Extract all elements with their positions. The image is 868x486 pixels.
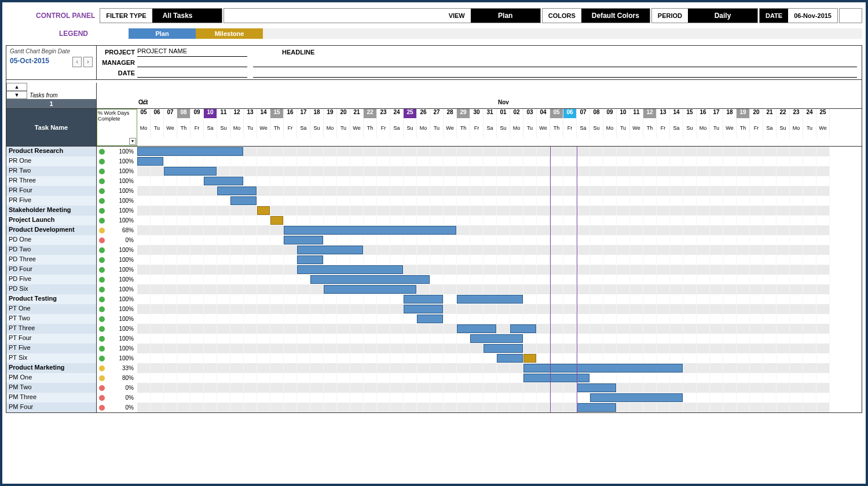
day-cell[interactable]: 24 — [390, 109, 404, 118]
day-cell[interactable]: 08 — [177, 109, 191, 118]
plan-bar[interactable] — [590, 393, 683, 402]
day-cell[interactable]: 17 — [710, 109, 723, 118]
day-cell[interactable]: 16 — [697, 109, 710, 118]
day-cell[interactable]: 21 — [350, 109, 364, 118]
plan-bar[interactable] — [137, 147, 243, 156]
day-cell[interactable]: 12 — [230, 109, 244, 118]
task-row[interactable]: PT Four100% — [6, 334, 862, 344]
task-row[interactable]: PR One100% — [6, 156, 862, 166]
plan-bar[interactable] — [217, 187, 257, 195]
day-cell[interactable]: 14 — [257, 109, 270, 118]
headline-line-1[interactable] — [253, 58, 857, 67]
plan-bar[interactable] — [284, 226, 456, 235]
collapse-up-button[interactable]: ▲ — [6, 83, 27, 91]
tasks-from-value[interactable]: 1 — [6, 99, 97, 108]
filter-type-control[interactable]: FILTER TYPE All Tasks — [100, 8, 222, 23]
task-row[interactable]: Project Launch100% — [6, 215, 862, 225]
plan-bar[interactable] — [284, 236, 323, 244]
view-control[interactable]: VIEW Plan — [224, 8, 541, 23]
day-cell[interactable]: 30 — [470, 109, 484, 118]
day-cell[interactable]: 13 — [244, 109, 257, 118]
plan-bar[interactable] — [404, 305, 443, 313]
plan-bar[interactable] — [523, 364, 683, 372]
task-row[interactable]: PR Two100% — [6, 166, 862, 176]
plan-bar[interactable] — [510, 324, 536, 333]
date-control[interactable]: DATE 06-Nov-2015 — [759, 8, 838, 23]
plan-bar[interactable] — [204, 177, 243, 185]
manager-value[interactable] — [137, 58, 247, 67]
plan-bar[interactable] — [417, 315, 443, 323]
day-cell[interactable]: 03 — [523, 109, 537, 118]
plan-bar[interactable] — [164, 167, 217, 176]
task-row[interactable]: PD Two100% — [6, 245, 862, 255]
day-cell[interactable]: 26 — [417, 109, 430, 118]
task-row[interactable]: PD Four100% — [6, 265, 862, 275]
day-cell[interactable]: 15 — [270, 109, 284, 118]
project-value[interactable]: PROJECT NAME — [137, 47, 247, 57]
day-cell[interactable]: 06 — [563, 109, 577, 118]
plan-bar[interactable] — [230, 196, 257, 205]
task-row[interactable]: Product Research100% — [6, 147, 862, 156]
task-row[interactable]: PT Six100% — [6, 353, 862, 363]
task-row[interactable]: PM Two0% — [6, 383, 862, 393]
task-row[interactable]: PD Six100% — [6, 284, 862, 294]
prev-button[interactable]: ‹ — [72, 57, 82, 67]
day-cell[interactable]: 07 — [164, 109, 177, 118]
day-cell[interactable]: 22 — [364, 109, 377, 118]
day-cell[interactable]: 18 — [310, 109, 324, 118]
task-row[interactable]: PT One100% — [6, 304, 862, 314]
plan-bar[interactable] — [577, 383, 616, 392]
day-cell[interactable]: 16 — [284, 109, 297, 118]
task-row[interactable]: PM One80% — [6, 373, 862, 383]
task-row[interactable]: PT Five100% — [6, 344, 862, 353]
day-cell[interactable]: 25 — [404, 109, 417, 118]
plan-bar[interactable] — [523, 374, 589, 382]
day-cell[interactable]: 14 — [670, 109, 683, 118]
day-cell[interactable]: 02 — [510, 109, 523, 118]
task-row[interactable]: PR Three100% — [6, 176, 862, 186]
day-cell[interactable]: 10 — [204, 109, 217, 118]
day-cell[interactable]: 09 — [603, 109, 617, 118]
day-cell[interactable]: 20 — [750, 109, 763, 118]
day-cell[interactable]: 31 — [484, 109, 497, 118]
plan-bar[interactable] — [497, 354, 523, 363]
plan-bar[interactable] — [457, 295, 523, 304]
day-cell[interactable]: 19 — [324, 109, 337, 118]
plan-bar[interactable] — [297, 246, 363, 254]
day-cell[interactable]: 15 — [683, 109, 697, 118]
day-cell[interactable]: 12 — [643, 109, 657, 118]
day-cell[interactable]: 19 — [737, 109, 750, 118]
day-cell[interactable]: 28 — [444, 109, 457, 118]
day-cell[interactable]: 18 — [723, 109, 737, 118]
plan-bar[interactable] — [484, 344, 523, 353]
task-row[interactable]: Product Marketing33% — [6, 363, 862, 373]
plan-bar[interactable] — [324, 285, 416, 294]
day-cell[interactable]: 01 — [497, 109, 510, 118]
pct-complete-header[interactable]: % Work Days Complete ▾ — [97, 109, 137, 146]
day-cell[interactable]: 13 — [657, 109, 670, 118]
day-cell[interactable]: 09 — [191, 109, 204, 118]
day-cell[interactable]: 20 — [337, 109, 350, 118]
day-cell[interactable]: 04 — [537, 109, 550, 118]
task-row[interactable]: PT Three100% — [6, 324, 862, 334]
day-cell[interactable]: 08 — [590, 109, 603, 118]
colors-control[interactable]: COLORS Default Colors — [542, 8, 650, 23]
day-cell[interactable]: 21 — [763, 109, 777, 118]
day-cell[interactable]: 24 — [803, 109, 816, 118]
plan-bar[interactable] — [297, 265, 403, 274]
task-row[interactable]: PD One0% — [6, 235, 862, 245]
day-cell[interactable]: 29 — [457, 109, 470, 118]
milestone-bar[interactable] — [270, 216, 283, 225]
day-cell[interactable]: 23 — [377, 109, 390, 118]
day-cell[interactable]: 11 — [217, 109, 230, 118]
day-cell[interactable]: 10 — [617, 109, 630, 118]
day-cell[interactable]: 05 — [550, 109, 563, 118]
plan-bar[interactable] — [577, 403, 616, 412]
period-control[interactable]: PERIOD Daily — [651, 8, 758, 23]
day-cell[interactable]: 11 — [630, 109, 643, 118]
task-row[interactable]: Product Testing100% — [6, 294, 862, 304]
plan-bar[interactable] — [297, 255, 323, 264]
day-cell[interactable]: 25 — [816, 109, 830, 118]
headline-line-2[interactable] — [253, 68, 857, 78]
task-row[interactable]: Stakeholder Meeting100% — [6, 206, 862, 215]
